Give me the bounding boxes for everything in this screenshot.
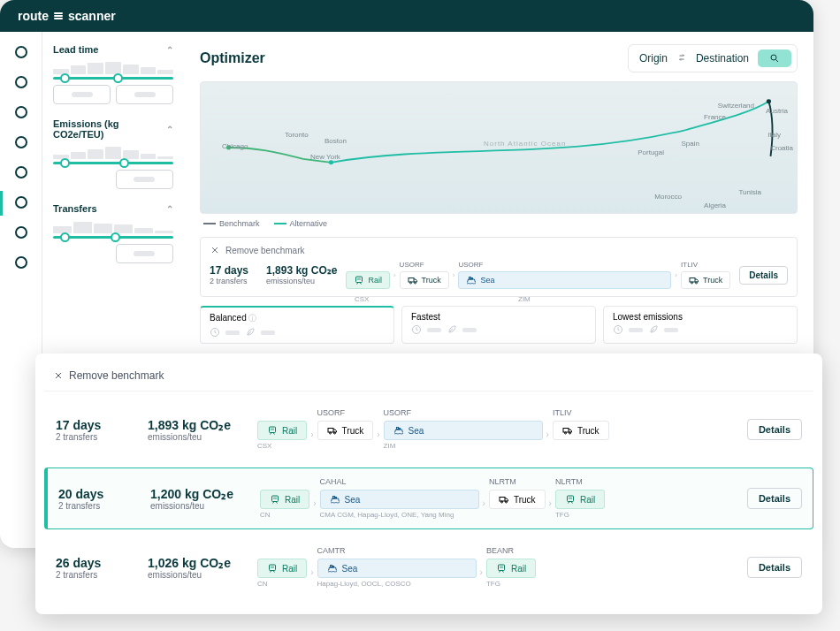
- details-button[interactable]: Details: [747, 488, 802, 509]
- segment-rail[interactable]: Rail: [257, 421, 307, 440]
- truck-icon: [327, 425, 338, 436]
- filter-label: Emissions (kg CO2e/TEU): [53, 118, 166, 140]
- nav-item-7[interactable]: [15, 226, 27, 239]
- port-code: [257, 408, 307, 419]
- remove-benchmark-button[interactable]: Remove benchmark: [44, 366, 813, 392]
- segment-sea[interactable]: Sea: [384, 421, 543, 440]
- segment-rail[interactable]: Rail: [257, 559, 307, 578]
- page-title: Optimizer: [200, 50, 265, 66]
- route-row[interactable]: 26 days2 transfers1,026 kg CO₂eemissions…: [44, 536, 813, 598]
- segment-truck[interactable]: Truck: [553, 421, 609, 440]
- port-code: BEANR: [486, 546, 536, 557]
- map-city: New York: [310, 153, 340, 161]
- route-segment[interactable]: NLRTMRailTFG: [555, 477, 605, 520]
- search-button[interactable]: [758, 49, 791, 67]
- destination-label: Destination: [696, 52, 749, 65]
- legend-benchmark: Benchmark: [219, 219, 260, 228]
- route-emissions: 1,200 kg CO₂e: [150, 487, 248, 501]
- close-icon: [53, 370, 64, 381]
- route-segment[interactable]: USORFSeaZIM: [384, 408, 543, 451]
- nav-item-1[interactable]: [15, 46, 27, 58]
- port-code: NLRTM: [555, 477, 605, 488]
- origin-destination-selector[interactable]: Origin Destination: [628, 44, 798, 72]
- segment-sea[interactable]: Sea: [320, 490, 479, 509]
- chevron-right-icon: ›: [393, 271, 396, 279]
- segment-rail[interactable]: Rail: [555, 490, 605, 509]
- route-segment[interactable]: RailCSX: [257, 408, 307, 451]
- segment-rail[interactable]: Rail: [486, 559, 536, 578]
- route-segment[interactable]: USORFTruck: [317, 408, 374, 451]
- route-segment[interactable]: NLRTMTruck: [489, 477, 546, 520]
- route-segment[interactable]: BEANRRailTFG: [486, 546, 536, 589]
- topbar: route scanner: [0, 0, 813, 32]
- map-country: France: [704, 113, 726, 121]
- route-transfers: 2 transfers: [58, 501, 138, 511]
- nav-item-6[interactable]: [15, 196, 27, 209]
- nav-item-2[interactable]: [15, 76, 27, 88]
- segment-sea[interactable]: Sea: [458, 271, 671, 289]
- chevron-up-icon[interactable]: ⌃: [166, 125, 173, 134]
- metric-tabs: Balanced ⓘ Fastest Lowest emissions: [200, 306, 798, 344]
- route-segment[interactable]: RailCN: [260, 477, 309, 520]
- truck-icon: [689, 275, 699, 285]
- tab-lowest-emissions[interactable]: Lowest emissions: [603, 306, 798, 344]
- map-city: Toronto: [285, 131, 309, 139]
- route-transfers: 2 transfers: [56, 432, 135, 442]
- carrier-label: Hapag-Lloyd, OOCL, COSCO: [317, 580, 477, 589]
- segment-truck[interactable]: Truck: [317, 421, 374, 440]
- chevron-right-icon: ›: [453, 271, 455, 279]
- segment-truck[interactable]: Truck: [489, 490, 546, 509]
- carrier-label: CMA CGM, Hapag-Lloyd, ONE, Yang Ming: [320, 511, 479, 520]
- port-code: USORF: [384, 408, 543, 419]
- chevron-right-icon: ›: [310, 559, 313, 577]
- tab-balanced[interactable]: Balanced ⓘ: [200, 306, 394, 344]
- route-days: 20 days: [58, 487, 138, 501]
- brand-prefix: route: [18, 9, 49, 23]
- lead-time-min-input[interactable]: [53, 85, 111, 104]
- map-city: Chicago: [222, 142, 248, 150]
- brand-suffix: scanner: [68, 9, 116, 23]
- map-country: Spain: [682, 140, 699, 148]
- range-slider-emissions[interactable]: [53, 145, 173, 164]
- emissions-max-input[interactable]: [116, 170, 173, 189]
- details-button[interactable]: Details: [739, 266, 788, 285]
- route-row[interactable]: 17 days2 transfers1,893 kg CO₂eemissions…: [44, 399, 813, 460]
- route-segment[interactable]: RailCN: [257, 546, 307, 589]
- port-code: CAMTR: [317, 546, 477, 557]
- port-code: CAHAL: [320, 477, 479, 488]
- remove-benchmark-button[interactable]: Remove benchmark: [210, 245, 304, 255]
- route-row[interactable]: 20 days2 transfers1,200 kg CO₂eemissions…: [44, 468, 813, 529]
- lead-time-max-input[interactable]: [116, 85, 173, 104]
- svg-point-10: [329, 160, 333, 164]
- brand-logo: route scanner: [18, 9, 116, 23]
- port-code: USORF: [400, 261, 449, 270]
- truck-icon: [499, 494, 509, 505]
- nav-item-4[interactable]: [15, 136, 27, 148]
- details-button[interactable]: Details: [747, 419, 802, 440]
- rail-icon: [496, 563, 507, 574]
- tab-fastest[interactable]: Fastest: [401, 306, 596, 344]
- route-segment[interactable]: CAHALSeaCMA CGM, Hapag-Lloyd, ONE, Yang …: [320, 477, 479, 520]
- segment-sea[interactable]: Sea: [317, 559, 477, 578]
- details-button[interactable]: Details: [747, 557, 802, 578]
- segment-rail[interactable]: Rail: [260, 490, 309, 509]
- chevron-up-icon[interactable]: ⌃: [166, 45, 173, 55]
- nav-item-3[interactable]: [15, 106, 27, 118]
- filter-emissions: Emissions (kg CO2e/TEU) ⌃: [53, 118, 173, 189]
- chevron-right-icon: ›: [546, 421, 549, 439]
- route-segment[interactable]: CAMTRSeaHapag-Lloyd, OOCL, COSCO: [317, 546, 477, 589]
- benchmark-summary: Remove benchmark 17 days2 transfers 1,89…: [200, 237, 798, 297]
- carrier-label: [317, 442, 374, 451]
- segment-rail[interactable]: Rail: [346, 271, 390, 289]
- segment-truck[interactable]: Truck: [400, 271, 449, 289]
- nav-item-5[interactable]: [15, 166, 27, 179]
- route-segment[interactable]: ITLIVTruck: [553, 408, 609, 451]
- range-slider-lead-time[interactable]: [53, 60, 173, 80]
- route-map[interactable]: Chicago Toronto Boston New York North At…: [200, 81, 798, 214]
- transfers-max-input[interactable]: [116, 244, 173, 263]
- segment-truck[interactable]: Truck: [681, 271, 730, 289]
- swap-icon[interactable]: [676, 52, 687, 65]
- chevron-up-icon[interactable]: ⌃: [166, 204, 173, 214]
- range-slider-transfers[interactable]: [53, 219, 173, 239]
- nav-item-8[interactable]: [15, 256, 27, 269]
